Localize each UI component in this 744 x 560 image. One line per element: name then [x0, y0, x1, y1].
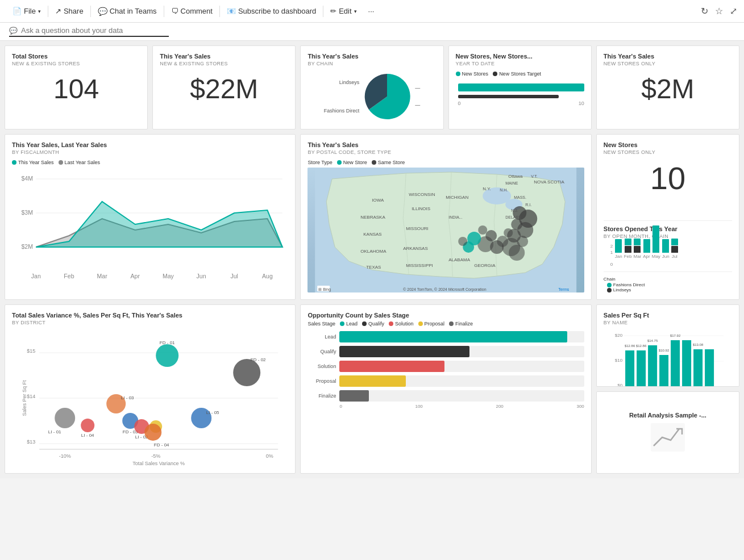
separator [219, 6, 220, 17]
map-visual[interactable]: IOWA NEBRASKA KANSAS OKLAHOMA TEXAS WISC… [307, 168, 584, 292]
share-button[interactable]: ↗ Share [49, 0, 89, 22]
topbar: 📄 File ▾ ↗ Share 💬 Chat in Teams 🗨 Comme… [0, 0, 744, 23]
new-stores-only-value: $2M [604, 76, 732, 103]
separator [164, 6, 164, 17]
line-chart-svg: $4M $3M $2M Jan Feb Mar Apr May Jun Jul … [12, 168, 288, 281]
svg-point-27 [504, 228, 513, 237]
line-chart-subtitle: BY FISCALMONTH [12, 149, 288, 155]
qa-input-container[interactable]: 💬 [9, 26, 169, 37]
new-stores-legend: New Stores New Stores Target [456, 71, 584, 77]
svg-text:$13: $13 [27, 439, 35, 445]
pie-line-lindseys: — [415, 85, 420, 91]
refresh-icon[interactable]: ↻ [701, 6, 708, 16]
svg-rect-103 [637, 350, 646, 387]
new-stores-only-card: This Year's Sales NEW STORES ONLY $2M [596, 45, 739, 129]
svg-text:FD - 02: FD - 02 [251, 357, 266, 362]
ytd-bar-fill2 [458, 95, 559, 98]
svg-rect-107 [659, 355, 668, 387]
svg-text:May: May [163, 273, 174, 279]
dot-solution [389, 321, 393, 326]
svg-rect-114 [705, 349, 714, 387]
qa-icon: 💬 [9, 27, 18, 35]
svg-text:$14: $14 [27, 394, 35, 399]
new-stores-subtitle: NEW STORES ONLY [604, 149, 732, 155]
svg-text:INDIA...: INDIA... [449, 215, 463, 219]
svg-text:Feb: Feb [64, 273, 74, 279]
scatter-subtitle: BY DISTRICT [12, 320, 288, 325]
total-stores-subtitle: NEW & EXISTING STORES [12, 61, 140, 66]
sales-sqft-subtitle: BY NAME [604, 320, 732, 325]
svg-text:$17.92: $17.92 [670, 334, 681, 337]
new-stores-count-card: New Stores NEW STORES ONLY 10 Stores Ope… [596, 134, 739, 300]
svg-text:MISSISSIPPI: MISSISSIPPI [406, 263, 434, 268]
svg-text:Apr: Apr [131, 273, 140, 279]
svg-text:MASS.: MASS. [514, 195, 527, 199]
chain-label: Chain [604, 277, 616, 282]
fullscreen-icon[interactable]: ⤢ [730, 6, 737, 16]
bar-jun-label: Jun [662, 254, 670, 259]
svg-point-75 [156, 344, 178, 367]
comment-icon: 🗨 [171, 7, 178, 15]
bar-may-label: May [652, 254, 660, 259]
legend-new-stores-target: New Stores Target [493, 71, 541, 77]
ytd-x-labels: 0 10 [458, 101, 584, 106]
ytd-bar-row1 [458, 83, 584, 91]
line-chart-card: This Year Sales, Last Year Sales BY FISC… [5, 134, 296, 300]
qa-input[interactable] [21, 26, 169, 35]
bar-jan-label: Jan [615, 254, 622, 259]
bar-solution: Solution [307, 361, 584, 372]
bar-lead-fill [339, 331, 567, 342]
svg-rect-101 [625, 350, 634, 387]
svg-text:$2M: $2M [21, 244, 33, 250]
bar-lead: Lead [307, 331, 584, 342]
legend-lead: Lead [340, 321, 358, 327]
bar-jul: Jul [671, 239, 678, 259]
legend-dot-same-store [372, 160, 376, 165]
retail-analysis-title: Retail Analysis Sample -... [629, 412, 706, 419]
bar-apr-fill [643, 239, 650, 253]
new-stores-title: New Stores [604, 141, 732, 148]
svg-text:NEBRASKA: NEBRASKA [361, 215, 386, 220]
legend-lindseys: Lindseys [607, 287, 732, 292]
svg-text:R.I.: R.I. [526, 203, 532, 207]
chain-legend: Chain Fashions Direct Lindseys [604, 271, 732, 292]
chevron-down-icon: ▾ [38, 9, 41, 14]
opportunity-x-labels: 0 100 200 300 [307, 404, 584, 409]
chevron-down-icon: ▾ [354, 9, 357, 14]
svg-text:OKLAHOMA: OKLAHOMA [361, 249, 387, 254]
dashboard: Total Stores NEW & EXISTING STORES 104 T… [0, 41, 744, 478]
retail-analysis-icon [651, 423, 685, 453]
svg-text:FD - 01: FD - 01 [160, 340, 175, 345]
subscribe-button[interactable]: 📧 Subscribe to dashboard [221, 0, 322, 22]
svg-point-81 [81, 419, 94, 432]
svg-text:LI - 03: LI - 03 [121, 395, 134, 400]
trend-icon-svg [651, 423, 685, 452]
svg-text:Ottawa: Ottawa [509, 174, 523, 179]
comment-button[interactable]: 🗨 Comment [165, 0, 218, 22]
favorite-icon[interactable]: ☆ [715, 6, 723, 16]
svg-text:LI - 04: LI - 04 [81, 433, 94, 438]
more-button[interactable]: ··· [363, 0, 380, 22]
svg-text:N.H.: N.H. [500, 188, 508, 192]
legend-fashions: Fashions Direct [607, 282, 732, 287]
svg-text:ALABAMA: ALABAMA [449, 257, 471, 262]
bar-apr-label: Apr [643, 254, 650, 259]
bar-jun: Jun [662, 239, 670, 259]
svg-point-79 [55, 408, 75, 428]
chat-teams-button[interactable]: 💬 Chat in Teams [92, 0, 163, 22]
retail-analysis-card: Retail Analysis Sample -... [596, 391, 739, 474]
share-icon: ↗ [55, 7, 61, 15]
svg-text:KANSAS: KANSAS [364, 232, 382, 237]
legend-last-year: Last Year Sales [59, 160, 101, 165]
edit-button[interactable]: ✏ Edit ▾ [325, 0, 362, 22]
ytd-bar-fill1 [458, 83, 584, 91]
file-menu[interactable]: 📄 File ▾ [7, 0, 47, 22]
dot-lead [340, 321, 344, 326]
svg-text:N.J.: N.J. [512, 208, 519, 212]
svg-text:$14.75: $14.75 [647, 339, 658, 342]
svg-text:-10%: -10% [59, 453, 71, 459]
teams-icon: 💬 [98, 7, 107, 16]
svg-text:Jan: Jan [31, 273, 41, 279]
new-stores-only-title: This Year's Sales [604, 53, 732, 60]
separator [90, 6, 91, 17]
